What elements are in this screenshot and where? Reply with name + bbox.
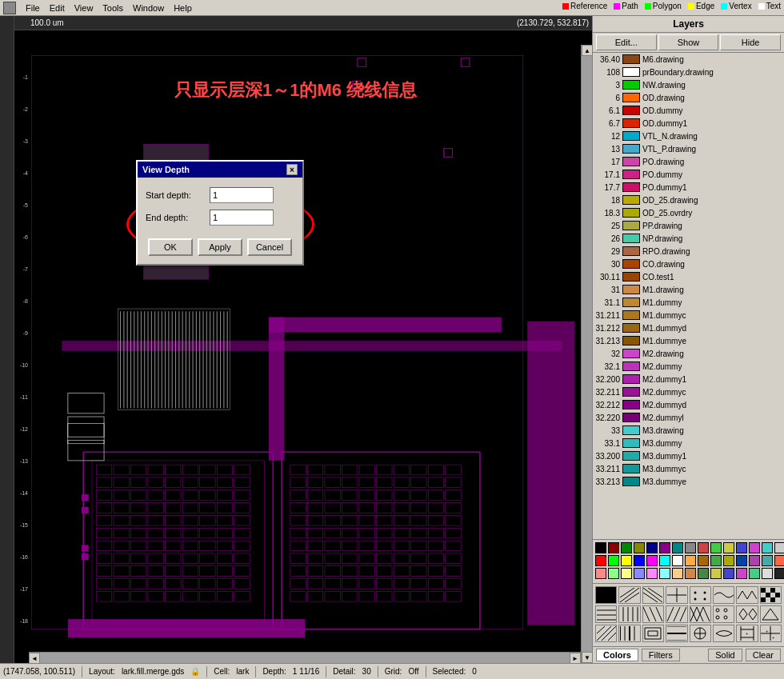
hide-button[interactable]: Hide bbox=[720, 34, 781, 50]
pattern-dots[interactable] bbox=[690, 586, 711, 604]
color-green[interactable] bbox=[608, 555, 619, 566]
layer-row[interactable]: 30.11 CO.test1 bbox=[593, 270, 784, 283]
pattern-p3[interactable] bbox=[642, 625, 664, 642]
color-darkblue[interactable] bbox=[646, 542, 658, 553]
pattern-p8[interactable]: + + bbox=[760, 625, 782, 642]
menu-view[interactable]: View bbox=[74, 3, 94, 13]
color-red2[interactable] bbox=[698, 542, 709, 553]
canvas-area[interactable]: 100.0 um (2130.729, 532.817) bbox=[0, 16, 592, 663]
color-olive[interactable] bbox=[723, 555, 734, 566]
color-darkmagenta[interactable] bbox=[659, 542, 670, 553]
pattern-hatch7[interactable] bbox=[736, 605, 758, 623]
layer-row[interactable]: 108 prBoundary.drawing bbox=[593, 66, 784, 78]
color-seafoam[interactable] bbox=[749, 568, 760, 579]
layer-row[interactable]: 31.213 M1.dummye bbox=[593, 334, 784, 347]
layer-row[interactable]: 33 M3.drawing bbox=[593, 424, 784, 437]
layer-row[interactable]: 6.1 OD.dummy bbox=[593, 104, 784, 117]
start-depth-input[interactable] bbox=[210, 187, 274, 203]
color-purple[interactable] bbox=[749, 555, 760, 566]
color-gray[interactable] bbox=[685, 542, 696, 553]
color-teal[interactable] bbox=[762, 555, 773, 566]
color-coral[interactable] bbox=[774, 555, 784, 566]
layer-row[interactable]: 25 PP.drawing bbox=[593, 219, 784, 232]
color-darkcyan[interactable] bbox=[672, 542, 683, 553]
top-menubar[interactable]: File Edit View Tools Window Help Referen… bbox=[0, 0, 784, 16]
pattern-hatch3[interactable] bbox=[642, 605, 664, 623]
pattern-zigzag[interactable] bbox=[736, 586, 758, 604]
color-orchid[interactable] bbox=[736, 568, 747, 579]
pattern-solid[interactable] bbox=[595, 586, 617, 604]
color-lightmagenta[interactable] bbox=[646, 568, 658, 579]
layer-row[interactable]: 31.1 M1.dummy bbox=[593, 296, 784, 309]
layer-row[interactable]: 17.7 PO.dummy1 bbox=[593, 181, 784, 194]
layer-row[interactable]: 32.212 M2.dummyd bbox=[593, 398, 784, 411]
hscroll-track[interactable] bbox=[40, 653, 570, 663]
color-periwinkle[interactable] bbox=[723, 568, 734, 579]
solid-button[interactable]: Solid bbox=[708, 649, 742, 661]
layer-row[interactable]: 30 CO.drawing bbox=[593, 258, 784, 270]
color-lightgray[interactable] bbox=[774, 542, 784, 553]
color-lightcyan[interactable] bbox=[659, 568, 670, 579]
color-sage[interactable] bbox=[698, 568, 709, 579]
dialog-close-button[interactable]: × bbox=[286, 164, 298, 175]
menu-file[interactable]: File bbox=[26, 3, 40, 13]
menu-edit[interactable]: Edit bbox=[50, 3, 65, 13]
pattern-p2[interactable] bbox=[618, 625, 640, 642]
pattern-hatch8[interactable] bbox=[760, 605, 782, 623]
ok-button[interactable]: OK bbox=[148, 238, 193, 256]
pattern-p7[interactable]: + bbox=[736, 625, 758, 642]
color-red[interactable] bbox=[595, 555, 606, 566]
color-green2[interactable] bbox=[710, 542, 722, 553]
scroll-down-button[interactable]: ▼ bbox=[582, 652, 592, 663]
color-cyan[interactable] bbox=[659, 555, 670, 566]
scroll-right-button[interactable]: ► bbox=[570, 653, 581, 663]
layer-row[interactable]: 17 PO.drawing bbox=[593, 155, 784, 168]
layer-row[interactable]: 31.211 M1.dummyc bbox=[593, 309, 784, 322]
layer-row[interactable]: 32.1 M2.dummy bbox=[593, 360, 784, 373]
pattern-hatch6[interactable] bbox=[713, 605, 734, 623]
pattern-p1[interactable] bbox=[595, 625, 617, 642]
color-darkgreen[interactable] bbox=[621, 542, 632, 553]
pattern-p5[interactable] bbox=[690, 625, 711, 642]
edit-button[interactable]: Edit... bbox=[596, 34, 657, 50]
horizontal-scrollbar[interactable]: ◄ ► bbox=[29, 652, 581, 663]
color-nearblack[interactable] bbox=[774, 568, 784, 579]
layer-row[interactable]: 3 NW.drawing bbox=[593, 78, 784, 91]
show-button[interactable]: Show bbox=[658, 34, 719, 50]
pattern-check[interactable] bbox=[760, 586, 782, 604]
color-darkred[interactable] bbox=[608, 542, 619, 553]
color-navy[interactable] bbox=[736, 555, 747, 566]
color-blue[interactable] bbox=[634, 555, 645, 566]
layer-row[interactable]: 6.7 OD.dummy1 bbox=[593, 117, 784, 130]
layer-row[interactable]: 32.211 M2.dummyc bbox=[593, 385, 784, 398]
color-black[interactable] bbox=[595, 542, 606, 553]
pattern-hatch4[interactable] bbox=[666, 605, 687, 623]
color-orange[interactable] bbox=[685, 555, 696, 566]
color-lightred[interactable] bbox=[595, 568, 606, 579]
menu-window[interactable]: Window bbox=[133, 3, 164, 13]
color-magenta[interactable] bbox=[646, 555, 658, 566]
layer-row[interactable]: 33.200 M3.dummy1 bbox=[593, 449, 784, 462]
color-yellow2[interactable] bbox=[723, 542, 734, 553]
color-peach[interactable] bbox=[672, 568, 683, 579]
scroll-left-button[interactable]: ◄ bbox=[29, 653, 40, 663]
color-lightblue[interactable] bbox=[634, 568, 645, 579]
cancel-button[interactable]: Cancel bbox=[247, 238, 292, 256]
layer-row[interactable]: 12 VTL_N.drawing bbox=[593, 130, 784, 142]
layer-row[interactable]: 13 VTL_P.drawing bbox=[593, 142, 784, 155]
color-brown[interactable] bbox=[698, 555, 709, 566]
color-blue2[interactable] bbox=[736, 542, 747, 553]
apply-button[interactable]: Apply bbox=[198, 238, 242, 256]
clear-button[interactable]: Clear bbox=[746, 649, 781, 661]
pattern-wave[interactable] bbox=[713, 586, 734, 604]
layer-row[interactable]: 18.3 OD_25.ovrdry bbox=[593, 206, 784, 219]
scroll-up-button[interactable]: ▲ bbox=[582, 45, 592, 56]
color-darkyellow[interactable] bbox=[634, 542, 645, 553]
layer-row[interactable]: 31 M1.drawing bbox=[593, 283, 784, 296]
menu-help[interactable]: Help bbox=[174, 3, 192, 13]
color-midgreen[interactable] bbox=[710, 555, 722, 566]
color-lightyellow[interactable] bbox=[621, 568, 632, 579]
pattern-cross[interactable] bbox=[666, 586, 687, 604]
layer-row[interactable]: 33.211 M3.dummyc bbox=[593, 462, 784, 475]
color-white[interactable] bbox=[672, 555, 683, 566]
